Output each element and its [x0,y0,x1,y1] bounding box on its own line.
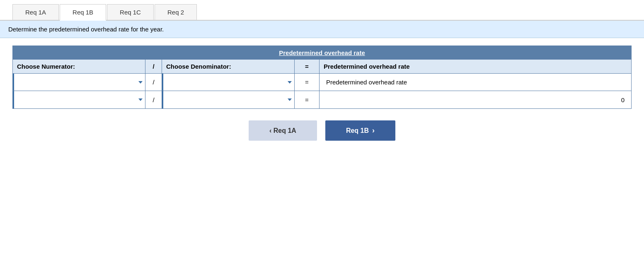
header-result: Predetermined overhead rate [320,60,631,73]
denominator-dropdown-1[interactable] [162,74,295,91]
table-row-1: / = Predetermined overhead rate [13,74,631,91]
result-cell-2: 0 [320,91,631,108]
result-text-1: Predetermined overhead rate [322,77,411,87]
prev-chevron-icon: ‹ [269,127,271,134]
equals-1: = [295,74,320,91]
overhead-rate-table: Predetermined overhead rate Choose Numer… [12,46,632,109]
numerator-dropdown-1[interactable] [13,74,145,91]
prev-button[interactable]: ‹ Req 1A [249,120,317,141]
header-divider: / [145,60,162,73]
tab-req1b[interactable]: Req 1B [60,4,106,21]
header-equals: = [295,60,320,73]
page-wrapper: Req 1A Req 1B Req 1C Req 2 Determine the… [0,0,644,264]
equals-2: = [295,91,320,108]
tab-req2[interactable]: Req 2 [155,4,197,20]
denominator-dropdown-2[interactable] [162,91,295,108]
header-denominator: Choose Denominator: [162,60,295,73]
instruction-text: Determine the predetermined overhead rat… [8,26,164,33]
divider-1: / [145,74,162,91]
tab-req1c[interactable]: Req 1C [107,4,154,20]
instruction-banner: Determine the predetermined overhead rat… [0,21,644,38]
nav-buttons: ‹ Req 1A Req 1B › [0,120,644,141]
result-cell-1: Predetermined overhead rate [320,74,631,91]
table-title: Predetermined overhead rate [13,46,631,60]
table-header-row: Choose Numerator: / Choose Denominator: … [13,60,631,74]
prev-label: Req 1A [274,127,296,134]
next-chevron-icon: › [372,126,375,135]
header-numerator: Choose Numerator: [13,60,145,73]
numerator-dropdown-2[interactable] [13,91,145,108]
tab-req1a[interactable]: Req 1A [12,4,59,20]
tabs-row: Req 1A Req 1B Req 1C Req 2 [0,0,644,21]
next-button[interactable]: Req 1B › [325,120,395,141]
next-label: Req 1B [346,127,369,134]
result-value-2: 0 [322,95,629,105]
divider-2: / [145,91,162,108]
table-row-2: / = 0 [13,91,631,108]
